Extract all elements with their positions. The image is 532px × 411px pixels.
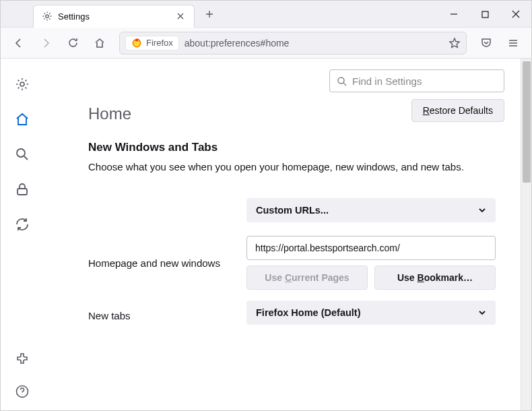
section-description: Choose what you see when you open your h… xyxy=(88,160,504,174)
window-controls xyxy=(438,1,531,28)
svg-point-8 xyxy=(338,77,344,84)
maximize-button[interactable] xyxy=(469,1,500,28)
new-tab-button[interactable] xyxy=(200,5,219,24)
close-window-button[interactable] xyxy=(500,1,531,28)
settings-search-input[interactable] xyxy=(352,75,497,87)
svg-point-0 xyxy=(46,15,48,18)
close-icon[interactable] xyxy=(175,11,186,22)
settings-search[interactable] xyxy=(329,69,504,92)
homepage-mode-select[interactable]: Custom URLs... xyxy=(246,198,496,222)
scrollbar[interactable] xyxy=(521,59,531,411)
category-privacy-icon[interactable] xyxy=(13,180,32,199)
browser-tab[interactable]: Settings xyxy=(33,5,195,28)
svg-point-5 xyxy=(17,149,25,157)
gear-icon xyxy=(42,11,53,22)
reload-button[interactable] xyxy=(61,32,84,55)
svg-rect-6 xyxy=(18,189,27,195)
navigation-toolbar: Firefox about:preferences#home xyxy=(1,28,531,59)
category-support-icon[interactable] xyxy=(13,382,32,401)
save-to-pocket-button[interactable] xyxy=(475,32,498,55)
category-extensions-icon[interactable] xyxy=(13,350,32,369)
identity-box[interactable]: Firefox xyxy=(125,36,179,51)
category-search-icon[interactable] xyxy=(13,145,32,164)
chevron-down-icon xyxy=(478,206,486,214)
homepage-url-input[interactable] xyxy=(246,236,496,260)
preferences-body: Home Restore Defaults New Windows and Ta… xyxy=(1,59,531,411)
category-sync-icon[interactable] xyxy=(13,215,32,234)
url-text: about:preferences#home xyxy=(185,38,443,49)
bookmark-star-icon[interactable] xyxy=(448,37,461,49)
homepage-label: Homepage and new windows xyxy=(88,257,246,269)
category-sidebar xyxy=(1,59,75,411)
preferences-content: Home Restore Defaults New Windows and Ta… xyxy=(75,59,531,411)
svg-point-4 xyxy=(20,82,24,86)
tab-title: Settings xyxy=(58,11,170,22)
app-menu-button[interactable] xyxy=(502,32,525,55)
newtabs-label: New tabs xyxy=(88,310,246,321)
scrollbar-thumb[interactable] xyxy=(523,61,531,183)
chevron-down-icon xyxy=(478,309,486,317)
minimize-button[interactable] xyxy=(438,1,469,28)
category-general-icon[interactable] xyxy=(13,75,32,94)
title-bar: Settings xyxy=(1,1,531,28)
use-bookmark-button[interactable]: Use Bookmark… xyxy=(374,265,496,290)
forward-button[interactable] xyxy=(34,32,57,55)
home-button[interactable] xyxy=(88,32,111,55)
back-button[interactable] xyxy=(7,32,30,55)
use-current-pages-button[interactable]: Use Current Pages xyxy=(246,265,368,290)
identity-label: Firefox xyxy=(146,38,173,48)
url-bar[interactable]: Firefox about:preferences#home xyxy=(119,32,467,55)
newtabs-mode-select[interactable]: Firefox Home (Default) xyxy=(246,301,496,325)
svg-rect-1 xyxy=(482,11,488,18)
firefox-icon xyxy=(131,38,142,49)
category-home-icon[interactable] xyxy=(13,110,32,129)
section-heading: New Windows and Tabs xyxy=(88,141,504,154)
restore-defaults-button[interactable]: Restore Defaults xyxy=(411,99,504,122)
